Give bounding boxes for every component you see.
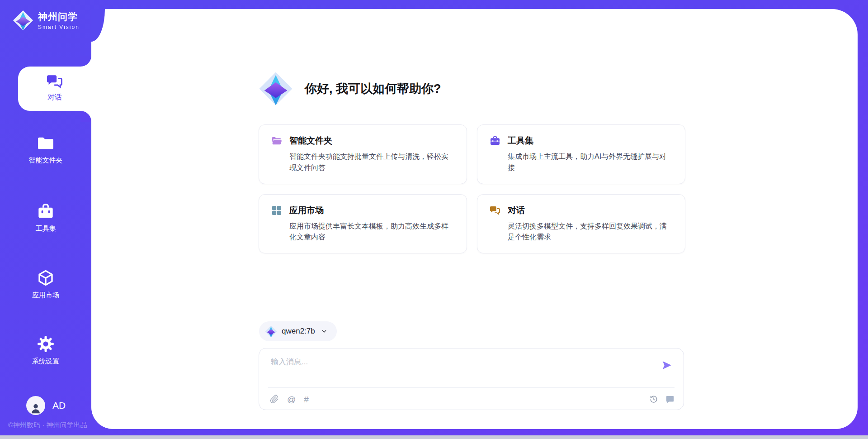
sidebar: 神州问学 Smart Vision 对话 智能文件夹: [0, 0, 91, 439]
history-icon: [649, 395, 658, 404]
mention-button[interactable]: @: [287, 395, 296, 404]
user-row: AD: [26, 396, 66, 415]
avatar[interactable]: [26, 396, 45, 415]
message-input[interactable]: [271, 357, 655, 377]
tab-fillet-bottom: [80, 111, 91, 122]
folder-icon: [271, 135, 283, 147]
grid-icon: [271, 205, 283, 216]
attach-button[interactable]: [270, 395, 279, 404]
card-title: 应用市场: [289, 205, 324, 216]
briefcase-icon: [489, 135, 501, 147]
brand-subtitle: Smart Vision: [38, 24, 80, 30]
brand-gem-icon: [259, 72, 293, 106]
sidebar-item-app-market[interactable]: 应用市场: [0, 269, 91, 300]
card-smart-folder[interactable]: 智能文件夹 智能文件夹功能支持批量文件上传与清洗，轻松实现文件问答: [259, 124, 467, 184]
folder-icon: [37, 134, 55, 152]
card-title: 智能文件夹: [289, 135, 332, 147]
sidebar-item-label: 工具集: [0, 224, 91, 233]
main-panel: 你好, 我可以如何帮助你? 智能文件夹 智能文件夹功能支持批量文件上传与清洗，轻…: [91, 9, 858, 429]
at-icon: @: [287, 395, 296, 404]
greeting-title: 你好, 我可以如何帮助你?: [305, 81, 441, 97]
feature-cards: 智能文件夹 智能文件夹功能支持批量文件上传与清洗，轻松实现文件问答 工具集 集成…: [259, 124, 685, 253]
message-input-card: @ #: [259, 348, 684, 410]
user-name: AD: [52, 400, 66, 411]
sidebar-item-label: 对话: [18, 93, 91, 102]
model-selector[interactable]: qwen2:7b: [259, 321, 337, 341]
copyright-text: ©神州数码 · 神州问学出品: [8, 421, 87, 429]
cube-icon: [37, 269, 55, 287]
greeting-row: 你好, 我可以如何帮助你?: [259, 72, 441, 106]
paperclip-icon: [270, 395, 279, 404]
card-title: 工具集: [508, 135, 533, 147]
input-toolbar: @ #: [270, 392, 675, 406]
chat-icon: [46, 72, 64, 91]
new-chat-button[interactable]: [665, 395, 675, 404]
card-description: 集成市场上主流工具，助力AI与外界无缝扩展与对接: [508, 151, 673, 174]
person-icon: [29, 401, 42, 415]
tab-fillet-top: [80, 56, 91, 67]
card-description: 应用市场提供丰富长文本模板，助力高效生成多样化文章内容: [289, 221, 455, 243]
sidebar-item-label: 应用市场: [0, 291, 91, 300]
chat-icon: [489, 205, 501, 216]
chevron-down-icon: [321, 328, 328, 335]
card-toolset[interactable]: 工具集 集成市场上主流工具，助力AI与外界无缝扩展与对接: [477, 124, 685, 184]
card-chat[interactable]: 对话 灵活切换多模型文件，支持多样回复效果调试，满足个性化需求: [477, 194, 685, 254]
bottom-strip: [0, 435, 868, 439]
gear-icon: [37, 335, 55, 353]
toolbox-icon: [37, 202, 55, 220]
history-button[interactable]: [649, 395, 658, 404]
send-icon: [661, 359, 673, 371]
card-app-market[interactable]: 应用市场 应用市场提供丰富长文本模板，助力高效生成多样化文章内容: [259, 194, 467, 254]
card-title: 对话: [508, 205, 525, 216]
sidebar-item-toolset[interactable]: 工具集: [0, 202, 91, 233]
brand-logo: 神州问学 Smart Vision: [13, 10, 80, 31]
sidebar-item-smart-folder[interactable]: 智能文件夹: [0, 134, 91, 165]
app-window: 你好, 我可以如何帮助你? 智能文件夹 智能文件夹功能支持批量文件上传与清洗，轻…: [0, 0, 868, 439]
message-square-icon: [665, 395, 675, 404]
topic-button[interactable]: #: [304, 395, 309, 404]
card-description: 智能文件夹功能支持批量文件上传与清洗，轻松实现文件问答: [289, 151, 455, 174]
send-button[interactable]: [661, 359, 673, 371]
hash-icon: #: [304, 395, 309, 404]
sidebar-item-label: 系统设置: [0, 357, 91, 366]
card-description: 灵活切换多模型文件，支持多样回复效果调试，满足个性化需求: [508, 221, 673, 243]
brand-gem-icon: [265, 325, 277, 338]
model-name: qwen2:7b: [282, 327, 315, 336]
input-divider: [268, 387, 675, 388]
sidebar-item-settings[interactable]: 系统设置: [0, 335, 91, 366]
sidebar-item-label: 智能文件夹: [0, 156, 91, 165]
brand-name: 神州问学: [38, 10, 80, 23]
sidebar-item-chat[interactable]: 对话: [18, 67, 91, 111]
brand-gem-icon: [13, 10, 33, 31]
